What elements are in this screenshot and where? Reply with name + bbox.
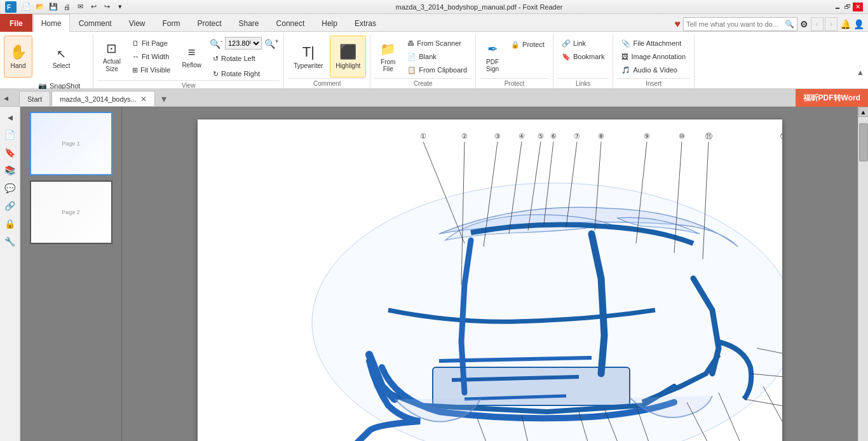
page-thumb-1[interactable]: Page 1 — [30, 112, 112, 175]
print-icon[interactable]: 🖨 — [61, 1, 72, 13]
svg-text:⑪: ⑪ — [705, 132, 712, 140]
save-icon[interactable]: 💾 — [48, 1, 59, 13]
tab-close-button[interactable]: ✕ — [140, 95, 147, 104]
settings-icon[interactable]: ⚙ — [800, 19, 808, 29]
minimize-button[interactable]: 🗕 — [832, 3, 843, 11]
tab-view[interactable]: View — [121, 14, 154, 32]
rotate-right-button[interactable]: ↻ Rotate Right — [208, 67, 280, 80]
tab-share[interactable]: Share — [231, 14, 268, 32]
zoom-in-button[interactable]: 🔍+ — [263, 38, 280, 49]
sidebar-lock-tool[interactable]: 🔒 — [3, 216, 18, 231]
nav-forward-button[interactable]: › — [825, 17, 837, 31]
customize-icon[interactable]: ▾ — [114, 1, 126, 13]
pdf-sign-button[interactable]: ✒ PDFSign — [480, 36, 505, 78]
email-icon[interactable]: ✉ — [74, 1, 86, 13]
close-button[interactable]: ✕ — [853, 3, 863, 11]
typewriter-button[interactable]: T| Typewriter — [288, 36, 329, 78]
zoom-select[interactable]: 123.80% 50% 75% 100% 125% 150% 200% — [225, 37, 262, 50]
document-tab-bar: ◂ Start mazda_3_2014_bodys... ✕ ▾ 福昕PDF转… — [0, 89, 868, 107]
tab-form[interactable]: Form — [154, 14, 189, 32]
tab-help[interactable]: Help — [313, 14, 346, 32]
sidebar-comments-tool[interactable]: 💬 — [3, 180, 18, 196]
sidebar-settings-tool[interactable]: 🔧 — [3, 234, 18, 249]
protect-col: 🔒 Protect — [506, 36, 549, 51]
vertical-scrollbar[interactable]: ▲ ▼ — [858, 107, 868, 441]
nav-prev-page-button[interactable]: ◂ — [4, 93, 8, 103]
doc-tab-start[interactable]: Start — [19, 91, 50, 106]
select-tool-button[interactable]: ↖ Select — [34, 37, 89, 79]
fit-visible-icon: ⊞ — [132, 66, 138, 74]
svg-text:⑫: ⑫ — [780, 132, 783, 140]
nav-back-button[interactable]: ‹ — [811, 17, 824, 31]
scroll-thumb[interactable] — [859, 123, 868, 161]
pdf-sign-icon: ✒ — [487, 41, 498, 57]
favorite-icon[interactable]: ♥ — [675, 18, 681, 30]
protect-group: ✒ PDFSign 🔒 Protect Protect — [476, 34, 553, 88]
tools-group: ✋ Hand ↖ Select 📷 SnapShot 📋 Clipboard ▾ — [0, 34, 93, 88]
rotate-right-icon: ↻ — [213, 70, 219, 78]
sidebar-layers-tool[interactable]: 📚 — [3, 163, 18, 178]
audio-video-label: Audio & Video — [633, 66, 677, 74]
protect-label: Protect — [522, 41, 545, 48]
fit-width-button[interactable]: ↔ Fit Width — [128, 50, 175, 63]
rotate-left-button[interactable]: ↺ Rotate Left — [208, 52, 280, 65]
svg-text:F: F — [7, 4, 11, 11]
tab-home[interactable]: Home — [33, 14, 70, 32]
audio-video-button[interactable]: 🎵 Audio & Video — [617, 64, 690, 76]
from-scanner-button[interactable]: 🖷 From Scanner — [403, 37, 471, 50]
document-view[interactable]: ① ② ③ ④ ⑤ ⑥ ⑦ ⑧ ⑨ ⑩ ⑪ ⑫ ⑬ ⑭ — [122, 107, 858, 441]
tab-connect[interactable]: Connect — [268, 14, 313, 32]
help-search-input[interactable] — [684, 20, 782, 28]
doc-tab-current[interactable]: mazda_3_2014_bodys... ✕ — [51, 91, 154, 106]
new-tab-button[interactable]: ▾ — [156, 91, 172, 106]
tab-file[interactable]: File — [0, 14, 32, 32]
fit-col: 🗋 Fit Page ↔ Fit Width ⊞ Fit Visible — [128, 36, 175, 76]
promo-banner[interactable]: 福昕PDF转Word — [796, 89, 868, 107]
hand-tool-button[interactable]: ✋ Hand — [4, 36, 32, 78]
sidebar-links-tool[interactable]: 🔗 — [3, 198, 18, 214]
collapse-ribbon-button[interactable]: ▲ — [857, 68, 864, 77]
open-icon[interactable]: 📂 — [34, 1, 46, 13]
tab-comment[interactable]: Comment — [71, 14, 120, 32]
view-group: ⊡ ActualSize 🗋 Fit Page ↔ Fit Width ⊞ Fi… — [93, 34, 284, 88]
tab-extras[interactable]: Extras — [346, 14, 384, 32]
insert-col: 📎 File Attachment 🖼 Image Annotation 🎵 A… — [617, 36, 690, 76]
protect-button[interactable]: 🔒 Protect — [506, 38, 549, 51]
from-clipboard-button[interactable]: 📋 From Clipboard — [403, 64, 471, 76]
title-bar: F 📄 📂 💾 🖨 ✉ ↩ ↪ ▾ mazda_3_2014_bodyshop_… — [0, 0, 868, 14]
promo-text: 福昕PDF转Word — [803, 93, 860, 104]
select-label: Select — [53, 62, 71, 69]
sidebar-pages-tool[interactable]: 📄 — [3, 127, 18, 142]
new-icon[interactable]: 📄 — [21, 1, 32, 13]
scroll-up-button[interactable]: ▲ — [858, 107, 869, 117]
highlight-button[interactable]: ⬛ Highlight — [330, 36, 366, 78]
fit-page-button[interactable]: 🗋 Fit Page — [128, 37, 175, 50]
fit-page-icon: 🗋 — [132, 39, 139, 47]
from-file-button[interactable]: 📁 FromFile — [374, 36, 402, 78]
undo-icon[interactable]: ↩ — [88, 1, 99, 13]
sidebar-bookmarks-tool[interactable]: 🔖 — [3, 145, 18, 160]
fit-visible-button[interactable]: ⊞ Fit Visible — [128, 64, 175, 76]
typewriter-label: Typewriter — [294, 62, 323, 69]
sidebar-nav-toggle[interactable]: ◂ — [3, 109, 18, 125]
bookmark-button[interactable]: 🔖 Bookmark — [557, 50, 609, 63]
redo-icon[interactable]: ↪ — [101, 1, 112, 13]
account-icon[interactable]: 👤 — [853, 19, 864, 29]
image-annotation-label: Image Annotation — [631, 53, 686, 60]
image-annotation-button[interactable]: 🖼 Image Annotation — [617, 50, 690, 63]
link-button[interactable]: 🔗 Link — [557, 37, 609, 50]
reflow-label: Reflow — [182, 62, 201, 69]
file-attachment-button[interactable]: 📎 File Attachment — [617, 37, 690, 50]
pdf-page: ① ② ③ ④ ⑤ ⑥ ⑦ ⑧ ⑨ ⑩ ⑪ ⑫ ⑬ ⑭ — [198, 119, 782, 441]
reflow-button[interactable]: ≡ Reflow — [176, 36, 207, 78]
actual-size-button[interactable]: ⊡ ActualSize — [97, 36, 126, 78]
notification-icon[interactable]: 🔔 — [840, 19, 851, 29]
scroll-track[interactable] — [858, 117, 869, 441]
zoom-out-button[interactable]: 🔍- — [208, 38, 224, 49]
search-toolbar[interactable]: 🔍 — [683, 17, 797, 31]
blank-button[interactable]: 📄 Blank — [403, 50, 471, 63]
restore-button[interactable]: 🗗 — [843, 3, 853, 11]
tab-protect[interactable]: Protect — [189, 14, 230, 32]
protect-group-label: Protect — [480, 78, 549, 88]
page-thumb-2[interactable]: Page 2 — [30, 180, 112, 244]
